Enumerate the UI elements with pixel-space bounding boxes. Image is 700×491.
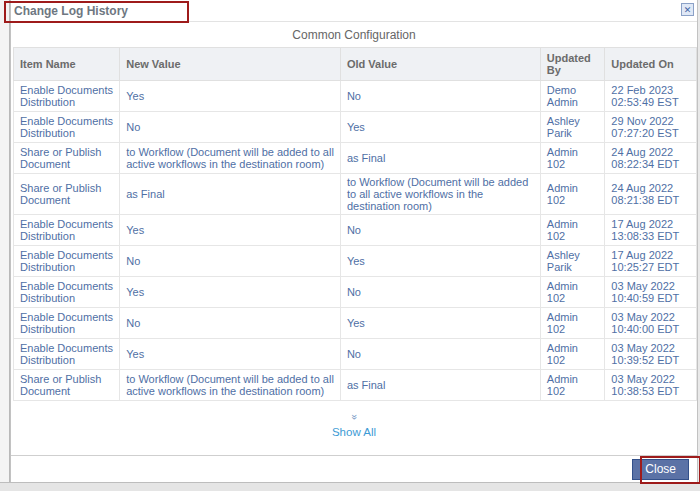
cell-new: as Final: [120, 174, 341, 215]
table-row: Enable Documents DistributionYesNoAdmin …: [14, 277, 697, 308]
cell-new: Yes: [120, 277, 341, 308]
cell-on: 03 May 2022 10:40:00 EDT: [605, 308, 697, 339]
cell-on: 22 Feb 2023 02:53:49 EST: [605, 81, 697, 112]
cell-by: Admin 102: [540, 215, 605, 246]
cell-new: No: [120, 308, 341, 339]
column-header-new-value: New Value: [120, 48, 341, 81]
cell-by: Ashley Parik: [540, 246, 605, 277]
column-header-item-name: Item Name: [14, 48, 120, 81]
table-row: Share or Publish Documentas Finalto Work…: [14, 174, 697, 215]
cell-on: 03 May 2022 10:39:52 EDT: [605, 339, 697, 370]
column-header-updated-by: Updated By: [540, 48, 605, 81]
cell-item: Enable Documents Distribution: [14, 112, 120, 143]
table-row: Enable Documents DistributionYesNoAdmin …: [14, 339, 697, 370]
cell-by: Admin 102: [540, 277, 605, 308]
dialog-titlebar: Change Log History ✕: [11, 0, 697, 22]
column-header-updated-on: Updated On: [605, 48, 697, 81]
cell-by: Demo Admin: [540, 81, 605, 112]
change-log-table: Item Name New Value Old Value Updated By…: [13, 47, 697, 401]
dialog-footer: Close: [11, 455, 697, 482]
cell-item: Share or Publish Document: [14, 174, 120, 215]
cell-old: Yes: [340, 308, 540, 339]
cell-new: to Workflow (Document will be added to a…: [120, 143, 341, 174]
close-button[interactable]: Close: [632, 459, 689, 480]
table-row: Enable Documents DistributionNoYesAdmin …: [14, 308, 697, 339]
cell-old: No: [340, 339, 540, 370]
chevron-double-down-icon: »: [349, 414, 359, 420]
cell-new: Yes: [120, 215, 341, 246]
cell-new: No: [120, 112, 341, 143]
cell-old: Yes: [340, 112, 540, 143]
cell-on: 17 Aug 2022 10:25:27 EDT: [605, 246, 697, 277]
cell-new: to Workflow (Document will be added to a…: [120, 370, 341, 401]
cell-on: 03 May 2022 10:40:59 EDT: [605, 277, 697, 308]
table-body: Enable Documents DistributionYesNoDemo A…: [14, 81, 697, 401]
page-background-left-edge: [0, 0, 10, 491]
cell-old: Yes: [340, 246, 540, 277]
cell-old: No: [340, 81, 540, 112]
cell-by: Ashley Parik: [540, 112, 605, 143]
cell-by: Admin 102: [540, 174, 605, 215]
cell-by: Admin 102: [540, 308, 605, 339]
section-title: Common Configuration: [11, 22, 697, 47]
cell-old: No: [340, 277, 540, 308]
cell-on: 17 Aug 2022 13:08:33 EDT: [605, 215, 697, 246]
table-row: Enable Documents DistributionNoYesAshley…: [14, 112, 697, 143]
show-all-link[interactable]: Show All: [11, 426, 697, 438]
cell-new: Yes: [120, 81, 341, 112]
cell-old: as Final: [340, 143, 540, 174]
cell-old: to Workflow (Document will be added to a…: [340, 174, 540, 215]
cell-new: Yes: [120, 339, 341, 370]
table-row: Enable Documents DistributionYesNoDemo A…: [14, 81, 697, 112]
cell-old: as Final: [340, 370, 540, 401]
cell-item: Enable Documents Distribution: [14, 215, 120, 246]
cell-by: Admin 102: [540, 143, 605, 174]
cell-by: Admin 102: [540, 370, 605, 401]
cell-item: Enable Documents Distribution: [14, 246, 120, 277]
cell-new: No: [120, 246, 341, 277]
close-icon[interactable]: ✕: [681, 3, 694, 16]
change-log-history-dialog: Change Log History ✕ Common Configuratio…: [10, 0, 698, 483]
cell-item: Enable Documents Distribution: [14, 339, 120, 370]
cell-item: Enable Documents Distribution: [14, 277, 120, 308]
page-background-bottom-edge: [0, 482, 700, 491]
cell-old: No: [340, 215, 540, 246]
cell-on: 24 Aug 2022 08:21:38 EDT: [605, 174, 697, 215]
cell-item: Enable Documents Distribution: [14, 308, 120, 339]
table-header-row: Item Name New Value Old Value Updated By…: [14, 48, 697, 81]
table-row: Share or Publish Documentto Workflow (Do…: [14, 370, 697, 401]
cell-on: 03 May 2022 10:38:53 EDT: [605, 370, 697, 401]
cell-item: Share or Publish Document: [14, 143, 120, 174]
cell-on: 24 Aug 2022 08:22:34 EDT: [605, 143, 697, 174]
column-header-old-value: Old Value: [340, 48, 540, 81]
dialog-title: Change Log History: [14, 4, 128, 18]
show-all-section: » Show All: [11, 406, 697, 438]
cell-item: Share or Publish Document: [14, 370, 120, 401]
cell-on: 29 Nov 2022 07:27:20 EST: [605, 112, 697, 143]
cell-by: Admin 102: [540, 339, 605, 370]
table-row: Enable Documents DistributionNoYesAshley…: [14, 246, 697, 277]
table-row: Enable Documents DistributionYesNoAdmin …: [14, 215, 697, 246]
cell-item: Enable Documents Distribution: [14, 81, 120, 112]
table-row: Share or Publish Documentto Workflow (Do…: [14, 143, 697, 174]
